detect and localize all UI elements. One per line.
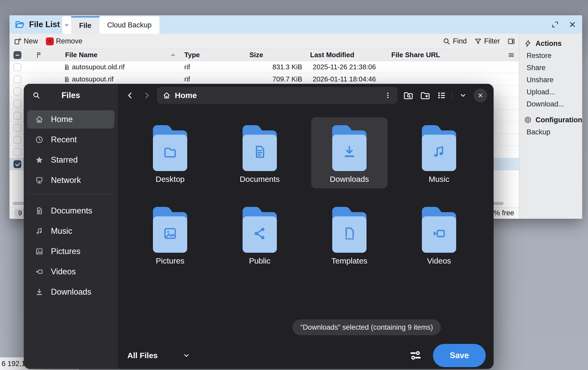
sort-ascending-icon xyxy=(170,52,176,58)
table-row[interactable]: autosupout.old.rif rif 831.3 KiB 2025-11… xyxy=(9,61,519,73)
panel-action-item[interactable]: Unshare xyxy=(519,74,582,86)
row-checkbox[interactable] xyxy=(13,124,21,132)
row-checkbox[interactable] xyxy=(13,75,21,83)
panel-action-item[interactable]: Share xyxy=(519,62,582,74)
close-window-icon[interactable] xyxy=(568,21,576,28)
clock-icon xyxy=(35,135,44,144)
row-checkbox[interactable] xyxy=(13,63,21,71)
home-icon xyxy=(35,115,44,124)
restore-window-icon[interactable] xyxy=(551,21,559,28)
view-options-button[interactable] xyxy=(410,350,421,361)
place-item[interactable]: Pictures xyxy=(27,242,114,261)
view-options-dropdown[interactable] xyxy=(457,89,469,102)
place-item[interactable]: Recent xyxy=(27,130,114,149)
file-share-url-column-header[interactable]: File Share URL xyxy=(387,51,519,59)
place-item[interactable]: Home xyxy=(27,110,114,129)
row-checkbox[interactable] xyxy=(13,87,21,95)
save-button[interactable]: Save xyxy=(433,344,486,367)
video-icon xyxy=(431,226,447,241)
panel-toggle-icon xyxy=(507,37,515,45)
dialog-close-button[interactable] xyxy=(474,89,487,102)
size-column-header[interactable]: Size xyxy=(245,51,306,59)
flag-icon xyxy=(36,52,42,59)
location-breadcrumb[interactable]: Home xyxy=(157,87,397,104)
panel-section-title: Actions xyxy=(536,40,562,48)
row-checkbox[interactable] xyxy=(13,112,21,120)
file-name-column-header[interactable]: File Name xyxy=(55,51,180,59)
actions-panel: Actions RestoreShareUnshareUpload...Down… xyxy=(519,34,582,219)
find-button[interactable]: Find xyxy=(443,37,467,45)
tab-dropdown-button[interactable] xyxy=(62,16,71,34)
panel-action-item[interactable]: Backup xyxy=(519,126,582,138)
file-type-filter-button[interactable]: All Files xyxy=(126,351,190,360)
filter-button[interactable]: Filter xyxy=(474,37,500,45)
image-icon xyxy=(162,226,178,241)
location-menu-button[interactable] xyxy=(381,88,395,103)
chevron-down-icon xyxy=(459,92,467,99)
place-item[interactable]: Videos xyxy=(27,262,114,281)
forward-button[interactable] xyxy=(141,88,153,103)
last-modified-column-header[interactable]: Last Modified xyxy=(306,51,387,59)
tab-strip: File Cloud Backup xyxy=(62,16,160,34)
folder-grid: Desktop Documents xyxy=(132,117,494,270)
folder-tile[interactable]: Music xyxy=(401,117,477,188)
folder-icon xyxy=(330,203,369,253)
place-label: Music xyxy=(51,226,72,236)
toolbar: New Remove Find Filter xyxy=(9,34,519,49)
folder-name: Videos xyxy=(401,256,477,265)
folder-icon xyxy=(240,203,279,253)
tab-file[interactable]: File xyxy=(71,16,99,34)
share-icon xyxy=(252,226,267,241)
place-item[interactable]: Music xyxy=(27,222,114,240)
row-checkbox[interactable] xyxy=(13,100,21,108)
gear-icon xyxy=(524,116,532,124)
music-icon xyxy=(35,227,44,235)
panel-action-item[interactable]: Restore xyxy=(519,50,582,62)
panel-action-item[interactable]: Upload... xyxy=(519,86,582,98)
place-item[interactable]: Documents xyxy=(27,202,114,220)
sidebar-search-button[interactable] xyxy=(31,90,42,101)
folder-tile[interactable]: Public xyxy=(221,199,298,270)
folder-tile[interactable]: Videos xyxy=(401,199,477,270)
panel-toggle-button[interactable] xyxy=(507,37,515,45)
folder-tile[interactable]: Templates xyxy=(311,199,388,270)
header-separator xyxy=(452,91,452,100)
row-checkbox[interactable] xyxy=(13,148,21,156)
place-item[interactable]: Network xyxy=(27,171,114,189)
new-button[interactable]: New xyxy=(14,37,38,45)
titlebar: File List File Cloud Backup xyxy=(9,15,582,34)
search-icon xyxy=(32,91,40,99)
remove-button[interactable]: Remove xyxy=(46,37,83,45)
folder-tile[interactable]: Documents xyxy=(221,117,298,188)
document-icon xyxy=(252,144,267,159)
panel-action-item[interactable]: Download... xyxy=(519,98,582,110)
place-label: Pictures xyxy=(51,247,80,256)
row-checkbox[interactable] xyxy=(13,160,21,168)
folder-tile[interactable]: Desktop xyxy=(132,117,208,188)
back-button[interactable] xyxy=(124,88,136,103)
select-all-checkbox[interactable] xyxy=(9,51,25,59)
place-label: Home xyxy=(51,115,73,124)
view-mode-button[interactable] xyxy=(435,89,448,102)
folder-search-icon xyxy=(403,90,413,100)
search-folder-button[interactable] xyxy=(402,89,414,102)
tab-cloud-backup[interactable]: Cloud Backup xyxy=(99,16,160,34)
new-folder-button[interactable] xyxy=(418,89,431,102)
row-size-cell: 709.7 KiB xyxy=(245,75,306,83)
dialog-header: Home xyxy=(118,84,494,107)
row-checkbox[interactable] xyxy=(13,136,21,144)
panel-section-header: Configuration xyxy=(519,114,582,126)
folder-tile[interactable]: Downloads xyxy=(311,117,388,188)
flag-column-header[interactable] xyxy=(25,52,55,59)
place-item[interactable]: Downloads xyxy=(27,283,114,301)
app-title: File List xyxy=(29,20,60,29)
close-icon xyxy=(478,93,483,98)
folder-open-icon xyxy=(14,20,25,30)
place-item[interactable]: Starred xyxy=(27,151,114,169)
hamburger-icon[interactable] xyxy=(508,52,515,59)
folder-tile[interactable]: Pictures xyxy=(132,199,208,270)
folder-outline-icon xyxy=(162,144,178,159)
panel-section-header: Actions xyxy=(519,37,582,50)
type-column-header[interactable]: Type xyxy=(180,51,245,59)
horizontal-scrollbar[interactable] xyxy=(492,202,504,205)
